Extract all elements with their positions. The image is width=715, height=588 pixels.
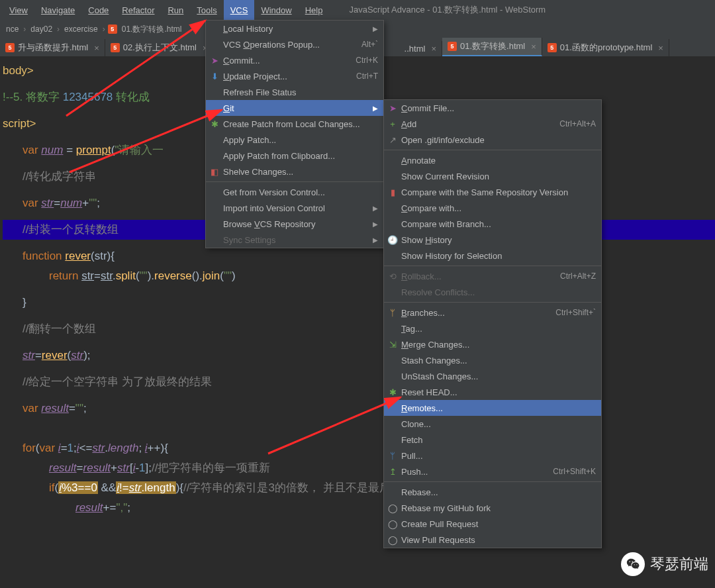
menu-shortcut: Ctrl+Shift+` (555, 308, 596, 317)
vcs-menu-item[interactable]: Refresh File Status (206, 84, 383, 100)
git-menu-item[interactable]: Clone... (384, 416, 601, 432)
html-icon: 5 (5, 43, 15, 52)
vcs-menu-item: Sync Settings▶ (206, 232, 383, 248)
menu-item-label: Fetch (401, 435, 423, 445)
vcs-menu-item[interactable]: VCS Operations Popup...Alt+` (206, 36, 383, 52)
vcs-menu-item[interactable]: ✱Create Patch from Local Changes... (206, 116, 383, 132)
menu-shortcut: Alt+` (361, 40, 378, 49)
menu-item-label: Refresh File Status (223, 87, 297, 97)
menu-item-label: Compare with Branch... (401, 219, 491, 229)
menu-item-label: Local History (223, 24, 273, 34)
git-menu-item[interactable]: ↥Push...Ctrl+Shift+K (384, 464, 601, 479)
menu-item-label: Rebase my GitHub fork (401, 503, 491, 513)
git-menu-item[interactable]: Compare with Branch... (384, 216, 601, 232)
menu-item-icon: ↗ (387, 134, 398, 145)
menu-run[interactable]: Run (161, 0, 190, 20)
menu-item-label: Compare with... (401, 203, 461, 213)
menu-item-icon: ⬇ (209, 71, 220, 81)
vcs-menu-item[interactable]: ⬇Update Project...Ctrl+T (206, 68, 383, 84)
vcs-menu-item[interactable]: Apply Patch from Clipboard... (206, 148, 383, 164)
menu-shortcut: Ctrl+T (356, 72, 378, 81)
git-menu-item[interactable]: ᛘBranches...Ctrl+Shift+` (384, 305, 601, 320)
vcs-menu-item[interactable]: Get from Version Control... (206, 184, 383, 200)
menu-item-icon: ▮ (387, 187, 398, 197)
menu-code[interactable]: Code (81, 0, 115, 20)
vcs-menu-item[interactable]: Local History▶ (206, 21, 383, 36)
vcs-menu-item[interactable]: Browse VCS Repository▶ (206, 216, 383, 232)
bc-item[interactable]: excercise (62, 24, 100, 34)
menu-vcs[interactable]: VCS (224, 0, 255, 20)
close-icon[interactable]: × (658, 43, 663, 53)
menu-shortcut: Ctrl+Shift+K (553, 467, 596, 476)
git-menu-item[interactable]: ᛘPull... (384, 448, 601, 464)
window-title: JavaScript Advance - 01.数字转换.html - WebS… (349, 4, 546, 16)
chevron-right-icon: ▶ (373, 236, 378, 244)
git-menu-item[interactable]: Fetch (384, 432, 601, 448)
menu-item-label: Show History (401, 235, 452, 245)
vcs-menu-item[interactable]: ➤Commit...Ctrl+K (206, 52, 383, 68)
menu-item-label: Pull... (401, 451, 423, 461)
menu-item-label: Browse VCS Repository (223, 219, 315, 229)
git-menu-item[interactable]: ⇲Merge Changes... (384, 336, 601, 352)
bc-item[interactable]: nce (4, 24, 21, 34)
menu-refactor[interactable]: Refactor (115, 0, 161, 20)
menu-separator (384, 150, 601, 150)
git-menu-item[interactable]: Rebase... (384, 484, 601, 500)
menu-item-label: Show History for Selection (401, 251, 502, 261)
menu-view[interactable]: View (3, 0, 34, 20)
menu-navigate[interactable]: Navigate (34, 0, 81, 20)
close-icon[interactable]: × (531, 42, 536, 52)
git-menu-item[interactable]: UnStash Changes... (384, 368, 601, 384)
git-menu-item[interactable]: Show History for Selection (384, 248, 601, 264)
chevron-right-icon: ▶ (373, 220, 378, 228)
close-icon[interactable]: × (94, 43, 99, 53)
git-menu-item[interactable]: Stash Changes... (384, 352, 601, 368)
menu-item-label: Rollback... (401, 271, 442, 281)
vcs-menu-item[interactable]: Import into Version Control▶ (206, 200, 383, 216)
vcs-dropdown-menu: Local History▶VCS Operations Popup...Alt… (205, 20, 384, 248)
bc-item[interactable]: day02 (28, 24, 54, 34)
editor-tab[interactable]: 5升与函数提升.html× (0, 39, 105, 56)
close-icon[interactable]: × (431, 44, 436, 54)
menu-separator (384, 266, 601, 266)
editor-tab[interactable]: 501.数字转换.html× (442, 38, 542, 56)
git-menu-item[interactable]: Show Current Revision (384, 168, 601, 184)
menu-tools[interactable]: Tools (190, 0, 223, 20)
menu-item-label: Merge Changes... (401, 340, 469, 350)
git-menu-item[interactable]: Annotate (384, 152, 601, 168)
tab-label: 01.函数的prototype.html (560, 42, 652, 54)
menu-help[interactable]: Help (299, 0, 330, 20)
menu-item-label: Push... (401, 467, 428, 477)
git-menu-item[interactable]: ✱Reset HEAD... (384, 384, 601, 400)
git-menu-item[interactable]: ◯View Pull Requests (384, 532, 601, 548)
git-menu-item: ⟲Rollback...Ctrl+Alt+Z (384, 268, 601, 284)
editor-tab[interactable]: ..html× (399, 41, 442, 56)
editor-tab[interactable]: 501.函数的prototype.html× (542, 39, 669, 56)
menu-item-label: Tag... (401, 324, 422, 334)
git-menu-item[interactable]: +AddCtrl+Alt+A (384, 116, 601, 132)
git-menu-item[interactable]: ▮Compare with the Same Repository Versio… (384, 184, 601, 200)
git-menu-item[interactable]: Remotes... (384, 400, 601, 416)
git-menu-item[interactable]: Compare with... (384, 200, 601, 216)
git-menu-item[interactable]: ◯Create Pull Request (384, 516, 601, 532)
git-menu-item[interactable]: 🕘Show History (384, 232, 601, 248)
bc-item[interactable]: 01.数字转换.html (120, 24, 184, 35)
vcs-menu-item[interactable]: ◧Shelve Changes... (206, 164, 383, 179)
chevron-right-icon: › (57, 24, 60, 34)
vcs-menu-item[interactable]: Git▶ (206, 100, 383, 116)
git-menu-item[interactable]: ↗Open .git/info/exclude (384, 132, 601, 148)
menu-item-label: View Pull Requests (401, 535, 475, 545)
editor-tab[interactable]: 502.执行上下文.html× (105, 39, 214, 56)
vcs-menu-item[interactable]: Apply Patch... (206, 132, 383, 148)
chevron-right-icon: › (23, 24, 26, 34)
menu-item-label: Clone... (401, 419, 431, 429)
menu-item-icon: ᛘ (387, 450, 398, 461)
menu-item-label: Commit File... (401, 103, 454, 113)
chevron-right-icon: › (103, 24, 105, 34)
menu-item-icon: ✱ (387, 387, 398, 397)
menu-item-label: Reset HEAD... (401, 387, 457, 397)
git-menu-item[interactable]: ➤Commit File... (384, 100, 601, 116)
git-menu-item[interactable]: ◯Rebase my GitHub fork (384, 500, 601, 516)
git-menu-item[interactable]: Tag... (384, 320, 601, 336)
menu-window[interactable]: Window (254, 0, 298, 20)
